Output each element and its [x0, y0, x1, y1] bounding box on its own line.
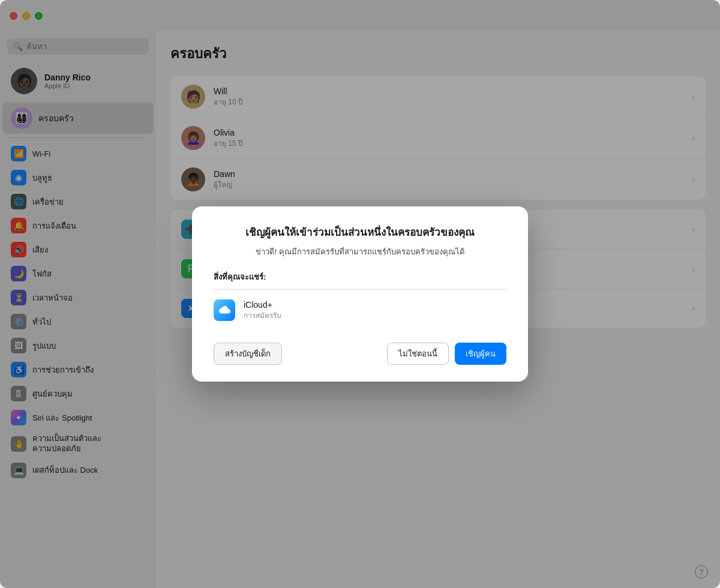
icloud-icon [214, 299, 235, 321]
modal-subtitle: ข่าวดี! คุณมีการสมัครรับที่สามารถแชร์กับ… [214, 246, 506, 258]
invite-button[interactable]: เชิญผู้คน [455, 343, 506, 365]
share-name: iCloud+ [244, 300, 281, 310]
create-child-account-button[interactable]: สร้างบัญชีเด็ก [214, 343, 282, 365]
not-now-button[interactable]: ไม่ใช่ตอนนี้ [387, 343, 449, 365]
invite-modal: เชิญผู้คนให้เข้าร่วมเป็นส่วนหนึ่งในครอบค… [192, 206, 528, 382]
share-desc: การสมัครรับ [244, 310, 281, 321]
modal-share-divider [214, 289, 506, 290]
modal-share-item: iCloud+ การสมัครรับ [214, 297, 506, 328]
modal-overlay: เชิญผู้คนให้เข้าร่วมเป็นส่วนหนึ่งในครอบค… [0, 0, 720, 588]
modal-share-label: สิ่งที่คุณจะแชร์: [214, 271, 506, 283]
modal-right-actions: ไม่ใช่ตอนนี้ เชิญผู้คน [387, 343, 506, 365]
modal-actions: สร้างบัญชีเด็ก ไม่ใช่ตอนนี้ เชิญผู้คน [214, 343, 506, 365]
modal-title: เชิญผู้คนให้เข้าร่วมเป็นส่วนหนึ่งในครอบค… [214, 226, 506, 240]
modal-share-info: iCloud+ การสมัครรับ [244, 300, 281, 321]
window: 🔍 🧑🏿 Danny Rico Apple ID 👨‍👩‍👧‍👦 ครอบค [0, 0, 720, 588]
